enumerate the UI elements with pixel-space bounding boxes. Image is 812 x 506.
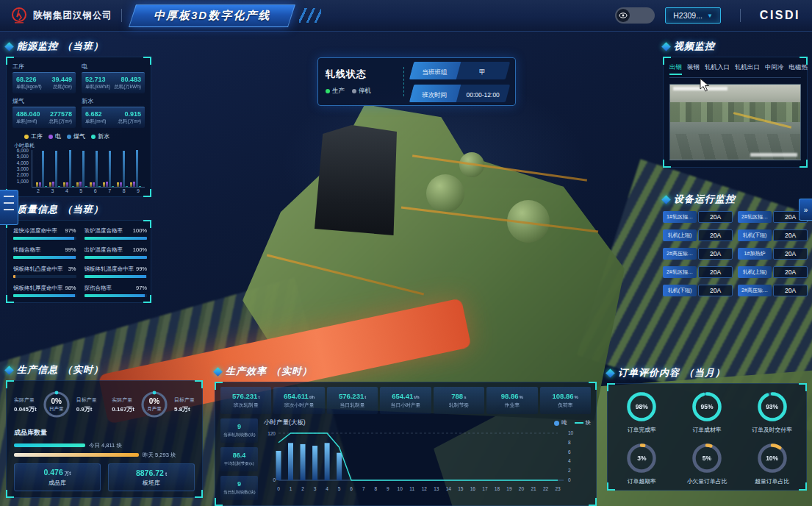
svg-text:21: 21	[531, 486, 536, 491]
stat-card: 788s轧制节奏	[434, 387, 484, 414]
panel-video-monitoring: 视频监控 出钢 装钢 轧机入口 轧机出口 中间冷 电磁热	[663, 40, 808, 168]
panel-subtitle: （当月）	[684, 366, 725, 380]
side-stat-box: 86.4平均轧制节奏(s)	[220, 447, 258, 471]
panel-collapse-button[interactable]: »	[799, 199, 812, 221]
quality-item: 出炉温度合格率100%	[85, 246, 148, 259]
dark-equipment-tower	[315, 125, 397, 235]
over-order-ratio-gauge: 10% 超量订单占比	[741, 441, 803, 485]
diamond-icon	[4, 366, 14, 375]
order-completion-gauge: 98% 订单完成率	[611, 390, 673, 434]
energy-bar-chart: 6,0005,0004,0003,0002,0001,000	[12, 150, 145, 188]
bar-group	[36, 151, 47, 187]
diamond-icon	[4, 42, 14, 51]
left-dock-widget[interactable]	[0, 190, 18, 225]
bar-group	[76, 151, 87, 187]
panel-quality-info: 质量信息 （当班） 超快冷温度命中率97% 装炉温度合格率100% 性能合格率9…	[6, 203, 151, 303]
order-yield-gauge: 95% 订单成材率	[676, 390, 739, 434]
svg-text:5: 5	[338, 486, 341, 491]
legend-tons: 吨	[554, 419, 567, 427]
side-stat-box: 9当班轧制块数(块)	[220, 418, 258, 443]
svg-text:17: 17	[482, 486, 488, 491]
legend-pieces: 块	[575, 419, 592, 427]
eye-icon	[617, 9, 630, 22]
legend-item: 电	[48, 132, 61, 140]
svg-text:19: 19	[506, 486, 512, 491]
panel-title: 生产信息	[17, 363, 58, 377]
panel-subtitle: （当班）	[62, 40, 104, 53]
energy-group: 电 52.713单耗(kWh/t) 80.483总耗(万kWh)	[82, 63, 145, 93]
panel-subtitle: （实时）	[271, 365, 312, 378]
chart-legend: 吨 块	[554, 419, 591, 427]
tab-tapping[interactable]: 出钢	[669, 63, 682, 74]
stat-card: 108.86%负荷率	[540, 387, 591, 414]
state-producing: 生产	[326, 87, 345, 96]
panel-production-info: 生产信息 （实时） 实际产量0.045万t 0%日产量 目标产量0.9万t 实际…	[6, 363, 203, 498]
progress-ring: 0%日产量	[40, 388, 73, 421]
tab-intermediate-cooling[interactable]: 中间冷	[765, 63, 784, 74]
video-tabs: 出钢 装钢 轧机入口 轧机出口 中间冷 电磁热	[669, 63, 801, 78]
stat-card: 576.231t当日轧制量	[327, 387, 378, 414]
inventory-bar-today: 今日 4,811 块	[14, 442, 195, 449]
svg-text:20: 20	[519, 486, 525, 491]
svg-text:10: 10	[568, 430, 574, 435]
diamond-icon	[606, 368, 615, 378]
short-order-ratio-gauge: 5% 小欠量订单占比	[676, 441, 739, 485]
equipment-cell: 2#高压除…20A	[663, 248, 733, 260]
svg-text:15: 15	[458, 486, 464, 491]
equipment-cell: 2#轧区辊…20A	[738, 211, 808, 223]
svg-text:6: 6	[350, 486, 353, 491]
stat-card: 654.41t/h当日小时产量	[380, 387, 431, 414]
legend-item: 煤气	[67, 132, 85, 140]
svg-text:23: 23	[555, 486, 561, 491]
camera-select-dropdown[interactable]: H2309... ▼	[665, 7, 721, 24]
bar-group	[130, 150, 141, 187]
machine-barrel	[426, 174, 464, 213]
svg-text:0: 0	[273, 477, 276, 482]
shift-time-row: 班次时间 00:00-12:00	[409, 85, 510, 102]
quality-item: 超快冷温度命中率97%	[13, 227, 76, 240]
mouse-cursor	[700, 78, 711, 93]
bar-group	[63, 150, 74, 187]
quality-item: 性能合格率99%	[13, 246, 76, 259]
panel-title: 生产效率	[226, 365, 267, 378]
svg-text:10: 10	[398, 486, 403, 491]
side-stat-box: 9当日轧制块数(块)	[220, 476, 258, 500]
panel-subtitle: （当班）	[62, 203, 104, 216]
cctv-video-feed[interactable]	[669, 84, 801, 160]
quality-item: 装炉温度合格率100%	[85, 227, 148, 240]
svg-text:1: 1	[290, 486, 292, 491]
page-title: 中厚板3D数字化产线	[129, 4, 295, 27]
visibility-toggle[interactable]	[615, 7, 655, 24]
svg-text:7: 7	[362, 486, 365, 491]
legend-item: 工序	[24, 132, 43, 140]
daily-output-gauge: 实际产量0.045万t 0%日产量 目标产量0.9万t	[14, 388, 97, 421]
svg-text:0: 0	[568, 477, 571, 482]
tab-mill-entry[interactable]: 轧机入口	[705, 63, 730, 74]
panel-order-evaluation: 订单评价内容 （当月） 98% 订单完成率 95% 订单成材率 93% 订单及时…	[607, 366, 807, 491]
y-axis: 6,0005,0004,0003,0002,0001,000	[12, 150, 32, 187]
progress-ring: 0%月产量	[138, 388, 170, 421]
svg-text:13: 13	[434, 486, 439, 491]
bar-group	[49, 151, 60, 187]
energy-chart-legend: 工序电煤气新水	[24, 132, 145, 140]
finished-goods-card: 0.476万t 成品库	[14, 463, 101, 491]
equipment-grid: 1#轧区辊…20A 2#轧区辊…20A 轧机(上辊)20A 轧机(下辊)20A …	[663, 211, 808, 296]
divider	[403, 67, 404, 96]
svg-text:11: 11	[409, 486, 414, 491]
tab-charging[interactable]: 装钢	[687, 63, 700, 74]
energy-group: 煤气 486.040单耗(m³/t) 277578总耗(万m³)	[12, 97, 76, 128]
header-decoration	[299, 8, 321, 23]
equipment-cell: 2#轧区辊…20A	[663, 266, 733, 278]
bar-group	[90, 151, 101, 187]
legend-item: 新水	[91, 132, 109, 140]
equipment-cell: 1#加热炉20A	[738, 248, 808, 260]
tab-mill-exit[interactable]: 轧机出口	[735, 63, 760, 74]
plot-area	[32, 150, 145, 188]
svg-text:6: 6	[568, 449, 571, 455]
tab-electromagnetic[interactable]: 电磁热	[789, 63, 808, 74]
divider	[740, 9, 741, 22]
bar-line-plot: 0123456789101112131415161718192021222312…	[264, 427, 591, 498]
diamond-icon	[661, 42, 671, 51]
quality-item: 钢板终轧厚度命中率98%	[13, 285, 76, 297]
svg-text:3: 3	[314, 486, 317, 491]
